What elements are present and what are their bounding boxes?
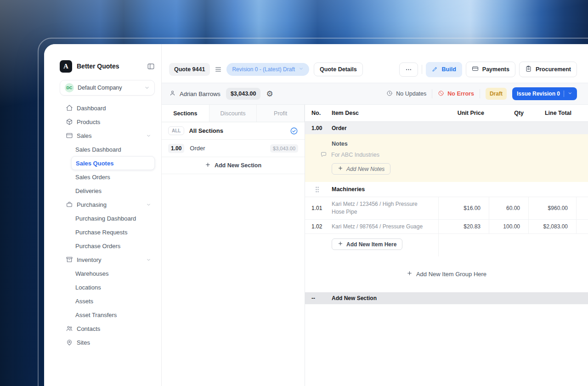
quote-number-badge: Quote 9441	[169, 63, 210, 76]
order-section-header-row[interactable]: 1.00 Order	[305, 122, 588, 134]
quote-owner[interactable]: Adrian Barrows	[169, 90, 220, 98]
add-new-item-group-button[interactable]: Add New Item Group Here	[305, 256, 588, 292]
notes-line: For ABC Industries	[305, 151, 588, 158]
build-button[interactable]: Build	[426, 62, 462, 77]
all-badge: ALL	[168, 126, 184, 135]
chevron-down-icon	[146, 202, 151, 207]
section-row-label: Order	[332, 125, 438, 131]
payments-button[interactable]: Payments	[466, 62, 515, 77]
chevron-down-icon	[144, 85, 150, 91]
sidebar-item-label: Asset Transfers	[75, 312, 151, 318]
sidebar-item-label: Sales Orders	[75, 174, 151, 181]
company-selector[interactable]: DC Default Company	[60, 80, 155, 96]
sidebar-item-asset-transfers[interactable]: Asset Transfers	[71, 308, 155, 322]
revision-dropdown[interactable]: Revision 0 - (Latest) Draft	[226, 63, 309, 76]
procurement-label: Procurement	[536, 66, 571, 73]
sidebar-item-sales-dashboard[interactable]: Sales Dashboard	[71, 142, 155, 156]
sidebar-item-assets[interactable]: Assets	[71, 294, 155, 308]
sidebar-item-sales[interactable]: Sales	[60, 129, 155, 142]
sidebar-item-deliveries[interactable]: Deliveries	[71, 184, 155, 198]
quote-header: Quote 9441 Revision 0 - (Latest) Draft Q…	[162, 44, 588, 83]
sidebar-item-label: Purchasing	[77, 201, 142, 208]
add-new-section-label: Add New Section	[215, 162, 261, 169]
procurement-button[interactable]: Procurement	[519, 62, 577, 77]
item-row[interactable]: 1.01 Kari Metz / 123456 / High Pressure …	[305, 197, 588, 220]
more-actions-button[interactable]	[399, 62, 418, 77]
col-header-unit-price: Unit Price	[438, 110, 489, 116]
add-new-section-row[interactable]: -- Add New Section	[305, 292, 588, 304]
tab-sections[interactable]: Sections	[162, 105, 209, 122]
item-number: 1.01	[305, 197, 332, 219]
build-label: Build	[442, 66, 456, 73]
status-group: No Updates No Errors Draft Issue Revisio…	[386, 87, 577, 100]
item-line-total: $960.00	[528, 197, 576, 219]
no-updates-status[interactable]: No Updates	[386, 90, 426, 98]
sidebar-collapse-icon[interactable]	[147, 62, 155, 70]
chevron-down-icon	[299, 66, 304, 73]
tab-discounts[interactable]: Discounts	[209, 105, 257, 122]
no-errors-status[interactable]: No Errors	[438, 90, 474, 98]
all-sections-label: All Sections	[189, 127, 223, 134]
sidebar-nav: Dashboard Products Sales Sales Dashboard…	[60, 101, 155, 349]
app-window: A Better Quotes DC Default Company Dashb…	[44, 44, 588, 386]
sidebar-item-inventory[interactable]: Inventory	[60, 253, 155, 267]
quote-details-button[interactable]: Quote Details	[314, 62, 363, 76]
section-row-order[interactable]: 1.00 Order $3,043.00	[162, 140, 305, 157]
item-description: Kari Metz / 123456 / High Pressure Hose …	[332, 197, 438, 219]
all-sections-row[interactable]: ALL All Sections	[162, 122, 305, 140]
sidebar-item-products[interactable]: Products	[60, 115, 155, 129]
box-icon	[66, 118, 73, 125]
sidebar-item-purchasing[interactable]: Purchasing	[60, 198, 155, 211]
brand-row: A Better Quotes	[60, 60, 155, 73]
divider	[422, 65, 422, 74]
add-new-section-button[interactable]: Add New Section	[162, 157, 305, 174]
plus-icon	[407, 270, 413, 278]
col-header-qty: Qty	[489, 110, 528, 116]
issue-revision-button[interactable]: Issue Revision 0	[512, 87, 577, 100]
sidebar-item-purchasing-dashboard[interactable]: Purchasing Dashboard	[71, 211, 155, 225]
add-new-notes-label: Add New Notes	[346, 166, 384, 172]
sidebar-item-contacts[interactable]: Contacts	[60, 322, 155, 335]
notes-block: Notes For ABC Industries Add New Notes	[305, 134, 588, 182]
add-new-notes-button[interactable]: Add New Notes	[332, 163, 390, 175]
item-group-header[interactable]: Machineries	[305, 182, 588, 197]
sidebar-item-label: Sales	[77, 132, 142, 139]
item-qty: 60.00	[489, 197, 528, 219]
sidebar-item-warehouses[interactable]: Warehouses	[71, 267, 155, 280]
revision-label: Revision 0 - (Latest) Draft	[232, 66, 295, 73]
chevron-down-icon	[146, 257, 151, 262]
item-unit-price: $20.83	[438, 220, 489, 234]
issue-revision-label: Issue Revision 0	[517, 91, 560, 97]
sidebar-item-label: Dashboard	[77, 105, 151, 112]
tab-profit[interactable]: Profit	[257, 105, 305, 122]
sidebar-item-purchase-orders[interactable]: Purchase Orders	[71, 239, 155, 253]
plus-icon	[338, 165, 343, 172]
sidebar-item-locations[interactable]: Locations	[71, 280, 155, 294]
section-label: Order	[190, 145, 205, 152]
gear-icon[interactable]: ⚙	[266, 89, 273, 99]
sidebar: A Better Quotes DC Default Company Dashb…	[44, 44, 162, 386]
app-logo: A	[60, 60, 72, 73]
items-panel-empty	[305, 304, 588, 386]
sidebar-item-label: Sites	[77, 339, 151, 346]
divider	[564, 91, 564, 97]
status-badge: Draft	[486, 88, 507, 100]
sidebar-item-label: Purchase Requests	[75, 229, 151, 236]
briefcase-icon	[66, 201, 73, 208]
item-row[interactable]: 1.02 Kari Metz / 987654 / Pressure Guage…	[305, 220, 588, 234]
item-row-spacer	[576, 197, 588, 219]
sidebar-item-purchase-requests[interactable]: Purchase Requests	[71, 225, 155, 239]
sidebar-item-dashboard[interactable]: Dashboard	[60, 101, 155, 115]
archive-icon	[66, 256, 73, 263]
drag-handle-icon[interactable]	[315, 186, 320, 193]
sidebar-item-sales-quotes[interactable]: Sales Quotes	[71, 156, 155, 170]
home-icon	[66, 104, 73, 112]
add-new-item-button[interactable]: Add New Item Here	[332, 238, 402, 250]
list-icon[interactable]	[215, 66, 222, 73]
people-icon	[66, 325, 73, 332]
sidebar-item-sales-orders[interactable]: Sales Orders	[71, 170, 155, 184]
clipboard-icon	[525, 65, 532, 74]
payments-label: Payments	[482, 66, 509, 73]
sidebar-item-sites[interactable]: Sites	[60, 335, 155, 349]
plus-icon	[205, 162, 211, 169]
